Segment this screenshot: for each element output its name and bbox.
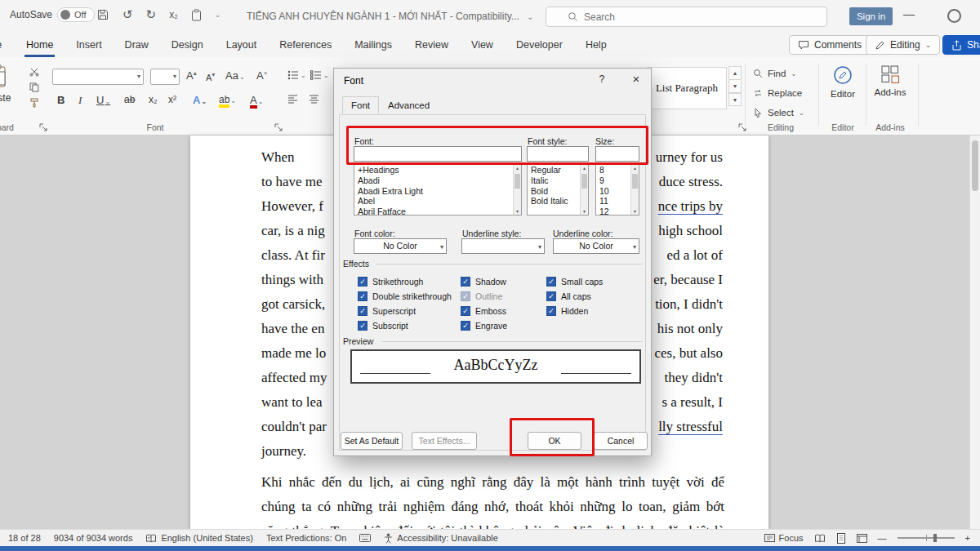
web-layout-button[interactable] [857,534,867,543]
underline-style-combo[interactable]: ▾ [461,238,545,254]
grow-font-button[interactable]: A▴ [186,69,197,82]
effect-option[interactable]: Hidden [546,304,603,318]
replace-button[interactable]: Replace [753,88,802,98]
font-list-item[interactable]: Abadi Extra Light [354,186,513,197]
checkbox-checked-icon[interactable] [546,291,556,301]
ribbon-tab[interactable]: Draw [123,33,150,57]
cancel-button[interactable]: Cancel [594,432,648,450]
size-input[interactable] [595,146,639,162]
underline-button[interactable]: U⌄ [96,94,110,106]
dialog-tab[interactable]: Font [342,96,379,114]
effect-option[interactable]: Double strikethrough [358,289,452,304]
bullets-button[interactable]: ⌄ [287,70,306,80]
proofing-status[interactable]: English (United States) [145,533,253,543]
effect-option[interactable]: Small caps [546,274,603,289]
font-style-list-box[interactable]: RegularItalicBoldBold Italic ▴ ▾ [527,163,589,216]
copy-icon[interactable] [29,82,39,92]
size-list-box[interactable]: 89101112 ▴ ▾ [595,163,639,216]
align-center-button[interactable] [309,95,319,104]
ribbon-tab[interactable]: View [470,33,495,57]
bold-button[interactable]: B [57,94,65,106]
size-list-item[interactable]: 10 [596,186,630,197]
size-list-item[interactable]: 12 [596,207,630,216]
font-list-item[interactable]: +Headings [354,165,513,176]
scroll-up-icon[interactable]: ▴ [514,165,521,171]
checkbox-checked-icon[interactable] [461,277,470,287]
scrollbar-thumb[interactable] [581,174,587,189]
ribbon-tab[interactable]: Mailings [353,33,394,57]
text-highlight-button[interactable]: ab⌄ [219,94,236,108]
checkbox-checked-icon[interactable] [358,277,368,287]
set-as-default-button[interactable]: Set As Default [341,432,403,450]
font-color-button[interactable]: A⌄ [250,94,263,109]
ok-button[interactable]: OK [528,432,581,450]
strikethrough-button[interactable]: ab [124,94,135,105]
document-title[interactable]: TIẾNG ANH CHUYÊN NGÀNH 1 - MỚI NHẤT - Co… [247,11,533,22]
effect-option[interactable]: Emboss [461,304,507,318]
font-name-combo[interactable]: ▾ [52,69,144,85]
size-list-item[interactable]: 9 [596,176,630,186]
cut-icon[interactable] [29,67,39,77]
font-style-list-item[interactable]: Regular [528,165,580,176]
ribbon-tab[interactable]: Layout [225,33,259,57]
add-ins-button[interactable]: Add-ins [869,65,911,97]
checkbox-checked-icon[interactable] [461,306,470,316]
effect-option[interactable]: Shadow [461,274,507,289]
ribbon-tab[interactable]: Help [584,33,608,57]
checkbox-checked-icon[interactable] [358,321,368,331]
effect-option[interactable]: Strikethrough [358,274,452,289]
page-number-indicator[interactable]: 18 of 28 [8,533,41,543]
font-style-list-item[interactable]: Italic [528,176,580,186]
font-style-list-item[interactable]: Bold [528,186,580,197]
ribbon-tab[interactable]: Developer [514,33,564,57]
numbering-button[interactable]: ⌄ [310,70,329,80]
scrollbar-thumb[interactable] [514,174,520,189]
dialog-tab[interactable]: Advanced [379,96,439,114]
zoom-out-button[interactable]: — [878,533,887,543]
subscript-quick-icon[interactable]: x₂ [169,8,178,21]
change-case-button[interactable]: Aa⌄ [225,69,245,82]
checkbox-checked-icon[interactable] [546,306,556,316]
font-name-input[interactable] [354,146,522,162]
checkbox-checked-icon[interactable] [358,291,368,301]
gallery-expand-icon[interactable]: ▾ [728,92,742,106]
font-list-item[interactable]: Abel [354,196,513,207]
autosave-toggle[interactable]: Off [57,7,94,22]
scroll-up-icon[interactable]: ▴ [631,165,639,171]
search-input[interactable] [584,11,764,23]
italic-button[interactable]: I [78,94,82,107]
text-effects-button-dialog[interactable]: Text Effects... [412,432,477,450]
effect-option[interactable]: Superscript [358,304,452,318]
font-style-list-item[interactable]: Bold Italic [528,196,580,207]
scroll-down-icon[interactable]: ▾ [631,208,639,214]
superscript-button[interactable]: x² [168,94,176,105]
share-button[interactable]: Share [942,35,980,55]
search-box[interactable] [546,7,827,27]
editor-button[interactable]: Editor [823,65,862,99]
paste-button[interactable]: Paste [0,64,21,104]
size-list-item[interactable]: 8 [596,165,630,176]
zoom-slider[interactable] [898,537,955,539]
effect-option[interactable]: Subscript [358,318,452,333]
select-button[interactable]: Select ⌄ [753,108,804,118]
minimize-icon[interactable]: — [903,7,915,20]
clear-formatting-button[interactable]: A× [256,69,267,82]
font-color-combo[interactable]: No Color ▾ [354,238,447,254]
scroll-up-icon[interactable]: ▴ [581,165,588,171]
save-icon[interactable] [96,8,109,21]
font-style-input[interactable] [527,146,589,162]
checkbox-checked-icon[interactable] [546,277,556,287]
align-left-button[interactable] [287,95,298,104]
dialog-close-button[interactable]: × [625,72,648,88]
ribbon-tab[interactable]: Insert [74,33,103,57]
vertical-scrollbar[interactable] [969,136,980,529]
window-control-icon[interactable] [947,9,961,23]
font-list-scrollbar[interactable]: ▴ ▾ [513,164,521,215]
ribbon-tab[interactable]: Home [24,33,55,57]
scrollbar-thumb[interactable] [632,174,638,189]
sign-in-button[interactable]: Sign in [849,7,893,25]
read-mode-button[interactable] [814,534,826,543]
shrink-font-button[interactable]: A▾ [206,71,215,82]
font-list-box[interactable]: +HeadingsAbadiAbadi Extra LightAbelAbril… [354,163,522,216]
effect-option[interactable]: All caps [546,289,603,304]
